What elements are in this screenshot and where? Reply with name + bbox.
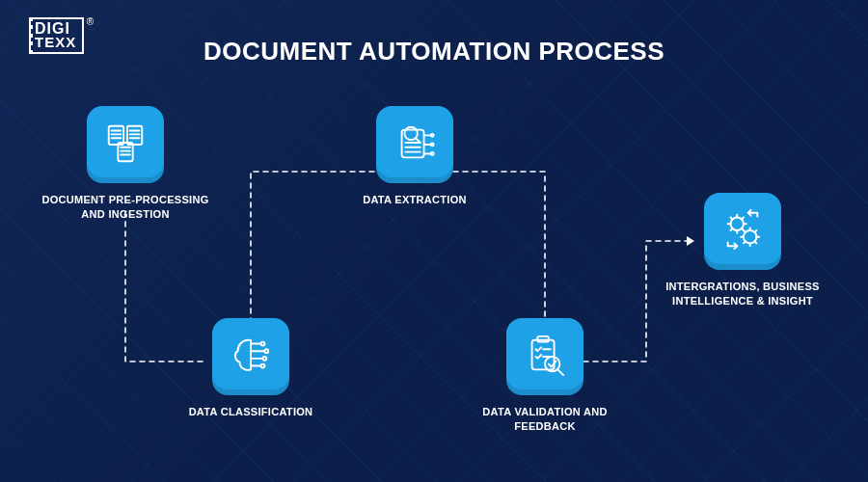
node-preprocessing: DOCUMENT PRE-PROCESSING AND INGESTION <box>39 106 212 222</box>
svg-line-54 <box>754 241 756 243</box>
node-integrations: INTERGRATIONS, BUSINESS INTELLIGENCE & I… <box>656 193 829 308</box>
diagram-stage: DOCUMENT PRE-PROCESSING AND INGESTION DA… <box>0 0 868 482</box>
label-extraction: DATA EXTRACTION <box>328 193 502 207</box>
svg-line-53 <box>744 230 746 232</box>
documents-icon <box>103 120 148 169</box>
tile-classification <box>212 318 289 395</box>
svg-point-30 <box>431 143 434 146</box>
svg-point-18 <box>262 357 266 361</box>
svg-line-38 <box>557 369 563 375</box>
svg-point-32 <box>431 152 434 155</box>
label-preprocessing: DOCUMENT PRE-PROCESSING AND INGESTION <box>39 193 212 222</box>
tile-preprocessing <box>87 106 164 183</box>
document-search-icon <box>393 120 437 169</box>
label-validation: DATA VALIDATION AND FEEDBACK <box>458 405 632 434</box>
svg-line-44 <box>731 218 733 220</box>
gears-sync-icon <box>720 207 765 255</box>
label-classification: DATA CLASSIFICATION <box>164 405 338 419</box>
svg-line-46 <box>731 228 733 230</box>
tile-extraction <box>376 106 453 183</box>
svg-point-20 <box>261 364 265 368</box>
node-extraction: DATA EXTRACTION <box>328 106 502 207</box>
node-classification: DATA CLASSIFICATION <box>164 318 338 419</box>
svg-line-55 <box>744 241 746 243</box>
node-validation: DATA VALIDATION AND FEEDBACK <box>458 318 632 434</box>
svg-line-47 <box>742 218 744 220</box>
tile-integrations <box>704 193 781 270</box>
brain-circuit-icon <box>229 333 273 381</box>
tile-validation <box>506 318 583 395</box>
svg-point-14 <box>261 342 265 346</box>
svg-point-16 <box>264 349 268 353</box>
svg-point-28 <box>431 134 434 137</box>
svg-line-56 <box>754 230 756 232</box>
clipboard-check-icon <box>523 333 567 381</box>
label-integrations: INTERGRATIONS, BUSINESS INTELLIGENCE & I… <box>656 280 829 308</box>
